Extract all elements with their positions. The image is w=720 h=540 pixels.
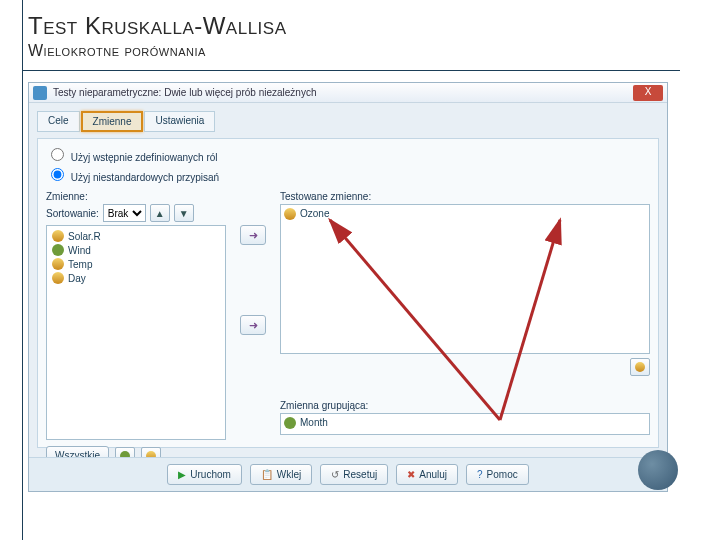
- tab-variables[interactable]: Zmienne: [81, 111, 144, 132]
- tab-content: Użyj wstępnie zdefiniowanych ról Użyj ni…: [37, 138, 659, 448]
- help-button[interactable]: ?Pomoc: [466, 464, 529, 485]
- grouping-field[interactable]: Month: [280, 413, 650, 435]
- variables-listbox[interactable]: Solar.R Wind Temp Day: [46, 225, 226, 440]
- slide-left-rule: [22, 0, 23, 540]
- sort-desc-icon[interactable]: ▼: [174, 204, 194, 222]
- sort-label: Sortowanie:: [46, 208, 99, 219]
- dialog-footer: ▶Uruchom 📋Wklej ↺Resetuj ✖Anuluj ?Pomoc: [29, 457, 667, 491]
- slide-title: Test Kruskalla-Wallisa: [28, 12, 720, 40]
- close-button[interactable]: X: [633, 85, 663, 101]
- tab-goals[interactable]: Cele: [37, 111, 80, 132]
- reset-button[interactable]: ↺Resetuj: [320, 464, 388, 485]
- sort-asc-icon[interactable]: ▲: [150, 204, 170, 222]
- slide-underline: [22, 70, 680, 71]
- scale-icon: [284, 208, 296, 220]
- var-label: Day: [68, 273, 86, 284]
- paste-button[interactable]: 📋Wklej: [250, 464, 312, 485]
- play-icon: ▶: [178, 469, 186, 480]
- scale-icon: [52, 258, 64, 270]
- role-radios: Użyj wstępnie zdefiniowanych ról Użyj ni…: [46, 145, 650, 183]
- dialog-body: Cele Zmienne Ustawienia Użyj wstępnie zd…: [29, 103, 667, 456]
- nominal-icon: [284, 417, 296, 429]
- move-to-group-button[interactable]: ➜: [240, 315, 266, 335]
- radio-custom-assign[interactable]: Użyj niestandardowych przypisań: [46, 165, 650, 183]
- list-item[interactable]: Solar.R: [50, 229, 222, 243]
- sort-row: Sortowanie: Brak ▲ ▼: [46, 204, 226, 222]
- var-label: Solar.R: [68, 231, 101, 242]
- app-icon: [33, 86, 47, 100]
- paste-icon: 📋: [261, 469, 273, 480]
- radio-label: Użyj wstępnie zdefiniowanych ról: [71, 152, 218, 163]
- nominal-icon: [52, 244, 64, 256]
- cancel-icon: ✖: [407, 469, 415, 480]
- grouping-label: Zmienna grupująca:: [280, 400, 650, 411]
- reset-icon: ↺: [331, 469, 339, 480]
- list-item[interactable]: Day: [50, 271, 222, 285]
- var-label: Temp: [68, 259, 92, 270]
- var-label: Ozone: [300, 208, 329, 220]
- variables-label: Zmienne:: [46, 191, 226, 202]
- right-column: Testowane zmienne: Ozone Zmienna grupują…: [280, 185, 650, 465]
- list-item[interactable]: Wind: [50, 243, 222, 257]
- transfer-buttons: ➜ ➜: [238, 185, 268, 465]
- list-item[interactable]: Temp: [50, 257, 222, 271]
- radio-label: Użyj niestandardowych przypisań: [71, 172, 219, 183]
- tested-measure-icon[interactable]: [630, 358, 650, 376]
- slide-subtitle: Wielokrotne porównania: [28, 42, 720, 60]
- btn-label: Resetuj: [343, 469, 377, 480]
- btn-label: Pomoc: [487, 469, 518, 480]
- dialog-window: Testy nieparametryczne: Dwie lub więcej …: [28, 82, 668, 492]
- slide-decoration-circle: [638, 450, 678, 490]
- scale-icon: [52, 272, 64, 284]
- window-title: Testy nieparametryczne: Dwie lub więcej …: [53, 87, 633, 98]
- help-icon: ?: [477, 469, 483, 480]
- radio-predefined-roles[interactable]: Użyj wstępnie zdefiniowanych ról: [46, 145, 650, 163]
- btn-label: Anuluj: [419, 469, 447, 480]
- list-item[interactable]: Ozone: [284, 208, 646, 220]
- list-item[interactable]: Month: [284, 417, 646, 429]
- tab-row: Cele Zmienne Ustawienia: [37, 111, 659, 132]
- move-to-tested-button[interactable]: ➜: [240, 225, 266, 245]
- var-label: Wind: [68, 245, 91, 256]
- left-column: Zmienne: Sortowanie: Brak ▲ ▼ Solar.R Wi…: [46, 185, 226, 465]
- cancel-button[interactable]: ✖Anuluj: [396, 464, 458, 485]
- titlebar: Testy nieparametryczne: Dwie lub więcej …: [29, 83, 667, 103]
- var-label: Month: [300, 417, 328, 429]
- tested-listbox[interactable]: Ozone: [280, 204, 650, 354]
- scale-icon: [635, 362, 645, 372]
- tested-label: Testowane zmienne:: [280, 191, 650, 202]
- run-button[interactable]: ▶Uruchom: [167, 464, 242, 485]
- sort-select[interactable]: Brak: [103, 204, 146, 222]
- scale-icon: [52, 230, 64, 242]
- tab-settings[interactable]: Ustawienia: [144, 111, 215, 132]
- btn-label: Wklej: [277, 469, 301, 480]
- btn-label: Uruchom: [190, 469, 231, 480]
